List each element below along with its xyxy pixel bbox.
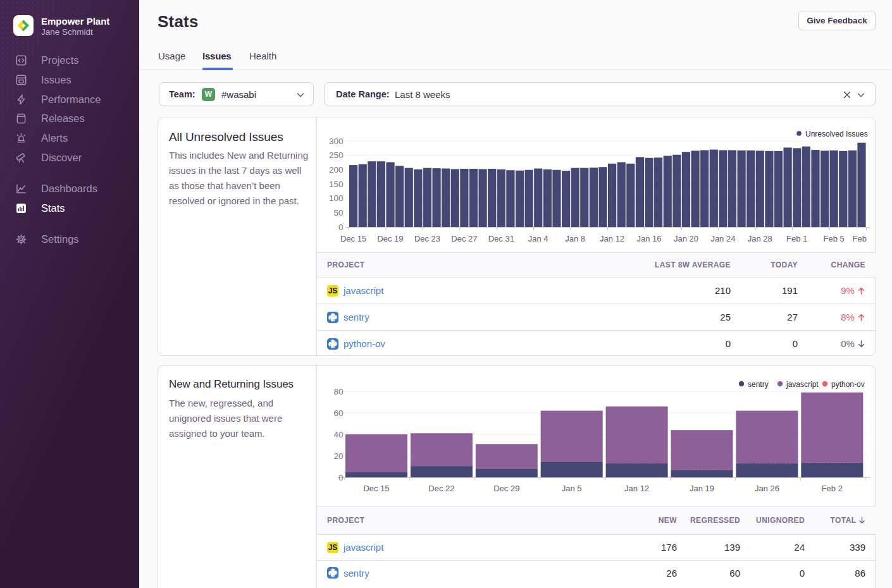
- svg-text:Jan 26: Jan 26: [755, 484, 779, 493]
- svg-text:javascript: javascript: [786, 380, 819, 389]
- svg-text:Jan 12: Jan 12: [600, 234, 624, 243]
- svg-text:100: 100: [329, 193, 344, 203]
- svg-text:150: 150: [329, 180, 344, 189]
- svg-text:250: 250: [329, 150, 344, 160]
- svg-text:Jan 5: Jan 5: [562, 484, 582, 493]
- svg-text:Feb 5: Feb 5: [824, 234, 845, 243]
- svg-text:Feb 2: Feb 2: [822, 484, 843, 493]
- svg-text:Feb 1: Feb 1: [786, 234, 807, 243]
- svg-text:Dec 31: Dec 31: [488, 234, 514, 243]
- svg-text:Feb: Feb: [853, 234, 867, 243]
- svg-text:Dec 23: Dec 23: [414, 234, 440, 243]
- svg-text:Jan 16: Jan 16: [636, 234, 661, 243]
- svg-text:Jan 20: Jan 20: [674, 234, 698, 243]
- svg-text:sentry: sentry: [748, 380, 769, 389]
- svg-text:80: 80: [333, 387, 343, 396]
- svg-text:0: 0: [338, 473, 344, 482]
- svg-text:Dec 22: Dec 22: [428, 484, 454, 493]
- svg-text:20: 20: [333, 451, 343, 461]
- svg-text:Jan 19: Jan 19: [690, 484, 714, 493]
- svg-text:python-ov: python-ov: [831, 380, 865, 389]
- svg-text:Dec 27: Dec 27: [451, 234, 477, 243]
- svg-text:0: 0: [338, 223, 344, 232]
- svg-text:Jan 24: Jan 24: [710, 234, 735, 243]
- svg-text:40: 40: [333, 430, 343, 439]
- svg-text:Dec 29: Dec 29: [493, 484, 519, 493]
- svg-text:200: 200: [329, 165, 344, 175]
- svg-text:300: 300: [329, 137, 344, 146]
- svg-text:Dec 19: Dec 19: [377, 234, 403, 243]
- svg-text:Jan 4: Jan 4: [528, 234, 548, 243]
- svg-text:50: 50: [333, 208, 343, 217]
- svg-text:Unresolved Issues: Unresolved Issues: [805, 130, 868, 138]
- svg-text:60: 60: [333, 408, 343, 418]
- svg-text:Jan 8: Jan 8: [565, 234, 585, 243]
- svg-text:Dec 15: Dec 15: [340, 234, 366, 243]
- svg-text:Jan 28: Jan 28: [748, 234, 772, 243]
- svg-text:Jan 12: Jan 12: [624, 484, 649, 493]
- svg-text:Dec 15: Dec 15: [363, 484, 389, 493]
